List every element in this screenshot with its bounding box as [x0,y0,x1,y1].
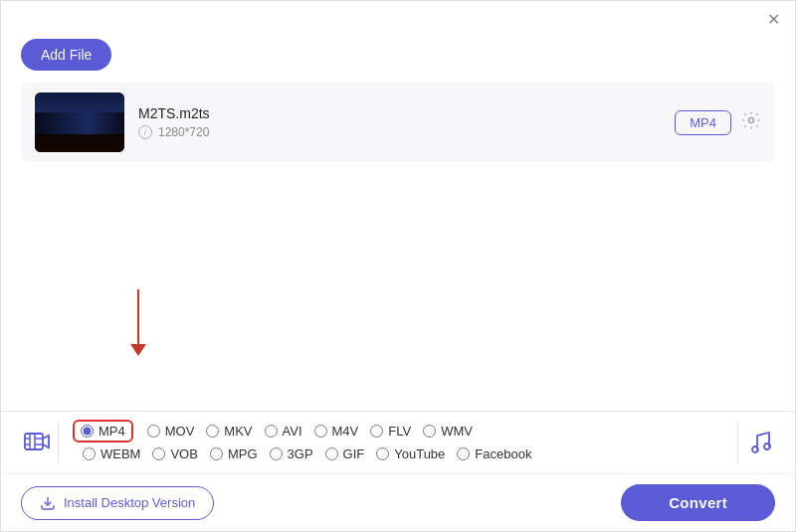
file-name: M2TS.m2ts [138,105,661,121]
format-panel: MP4 MOV MKV AVI [1,411,795,531]
format-label-3gp: 3GP [288,446,313,461]
video-format-icon[interactable] [15,421,59,464]
install-button[interactable]: Install Desktop Version [21,486,214,520]
format-label-mov: MOV [165,424,195,439]
arrow-indicator [130,289,146,356]
file-actions: MP4 [675,110,761,135]
format-label-gif: GIF [343,446,365,461]
format-label-m4v: M4V [332,424,359,439]
format-option-mov[interactable]: MOV [141,420,201,443]
file-thumbnail [35,92,124,152]
format-option-mpg[interactable]: MPG [204,443,264,465]
format-label-youtube: YouTube [394,446,445,461]
format-option-webm[interactable]: WEBM [77,443,146,465]
format-label-mpg: MPG [228,446,258,461]
format-selector: MP4 MOV MKV AVI [1,412,795,474]
add-file-button[interactable]: Add File [21,39,111,71]
download-icon [40,495,56,511]
format-label-webm: WEBM [100,446,140,461]
format-label-flv: FLV [388,424,411,439]
top-area: Add File [1,33,795,83]
info-icon: i [138,125,152,139]
format-label-vob: VOB [170,446,197,461]
format-option-mkv[interactable]: MKV [200,420,258,443]
app-window: ✕ Add File M2TS.m2ts i 1280*720 MP4 [1,1,795,531]
file-item: M2TS.m2ts i 1280*720 MP4 [21,83,775,162]
format-label-mkv: MKV [224,424,252,439]
thumbnail-detail [40,138,119,140]
file-meta: i 1280*720 [138,125,661,139]
settings-icon[interactable] [741,110,761,135]
format-label-avi: AVI [283,424,302,439]
format-option-3gp[interactable]: 3GP [264,443,319,465]
thumbnail-image [35,92,124,152]
format-option-avi[interactable]: AVI [259,420,308,443]
svg-point-0 [749,117,754,122]
format-badge[interactable]: MP4 [675,110,731,135]
format-label-wmv: WMV [441,424,473,439]
format-label-facebook: Facebook [475,446,531,461]
format-option-gif[interactable]: GIF [319,443,371,465]
format-option-vob[interactable]: VOB [146,443,203,465]
convert-button[interactable]: Convert [621,484,775,521]
format-label-mp4: MP4 [99,424,125,439]
file-list: M2TS.m2ts i 1280*720 MP4 [1,83,795,162]
format-option-wmv[interactable]: WMV [417,420,479,443]
file-info: M2TS.m2ts i 1280*720 [138,105,661,139]
format-option-youtube[interactable]: YouTube [370,443,451,465]
format-option-mp4[interactable]: MP4 [73,420,133,443]
close-button[interactable]: ✕ [763,9,783,29]
svg-rect-1 [25,434,43,449]
arrow-head [130,344,146,356]
format-option-facebook[interactable]: Facebook [451,443,537,465]
install-label: Install Desktop Version [64,495,195,510]
title-bar: ✕ [1,1,795,33]
arrow-line [137,289,139,344]
action-bar: Install Desktop Version Convert [1,474,795,531]
format-option-flv[interactable]: FLV [364,420,417,443]
format-option-m4v[interactable]: M4V [308,420,365,443]
audio-format-icon[interactable] [737,421,781,464]
file-resolution: 1280*720 [158,125,209,139]
